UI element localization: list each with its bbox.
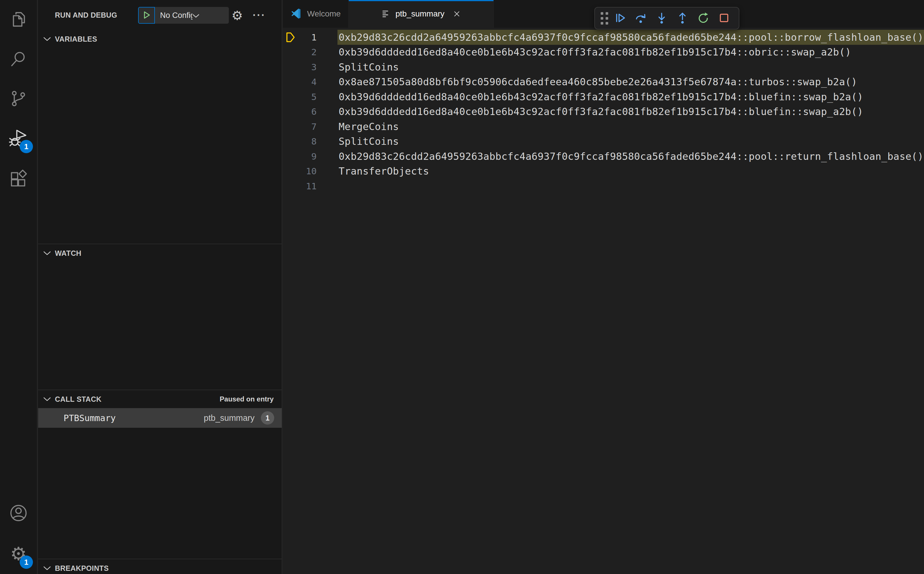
step-over-icon [635, 12, 647, 25]
code-text[interactable]: MergeCoins [338, 121, 399, 132]
code-text[interactable]: 0xb29d83c26cdd2a64959263abbcfc4a6937f0c9… [338, 151, 923, 162]
chevron-down-icon [192, 11, 225, 20]
line-number: 8 [311, 136, 317, 147]
call-stack-section-label: CALL STACK [55, 395, 101, 404]
settings-button[interactable]: ⚙ 1 [0, 533, 37, 574]
code-editor: 1 0xb29d83c26cdd2a64959263abbcfc4a6937f0… [283, 28, 924, 574]
sidebar-item-explorer[interactable] [0, 0, 37, 39]
sidebar-item-search[interactable] [0, 39, 37, 79]
close-icon[interactable] [452, 9, 461, 18]
line-number-gutter[interactable]: 10 [283, 164, 338, 179]
call-stack-section-header[interactable]: CALL STACK Paused on entry [38, 390, 282, 408]
line-number-gutter[interactable]: 1 [283, 30, 338, 45]
code-line: 11 [283, 179, 924, 194]
code-text[interactable]: 0x8ae871505a80d8bf6bf9c05906cda6edfeea46… [338, 76, 857, 88]
account-button[interactable] [0, 493, 37, 533]
vscode-window: 1 ⚙ 1 RUN AND DEBUG [0, 0, 924, 574]
source-control-icon [9, 89, 28, 109]
current-line-highlight [337, 179, 924, 194]
step-out-button[interactable] [674, 9, 691, 27]
activity-bar: 1 ⚙ 1 [0, 0, 38, 574]
configuration-dropdown[interactable]: No Configur [155, 7, 229, 24]
line-number: 2 [311, 47, 317, 57]
call-stack-status: Paused on entry [220, 395, 282, 403]
line-number-gutter[interactable]: 2 [283, 45, 338, 60]
editor-group: Welcome ptb_summary [283, 0, 924, 574]
line-number-gutter[interactable]: 11 [283, 179, 338, 194]
sidebar-title: RUN AND DEBUG [55, 0, 117, 30]
code-line: 8 SplitCoins [283, 134, 924, 149]
line-number: 9 [311, 151, 317, 162]
line-number-gutter[interactable]: 7 [283, 119, 338, 134]
continue-button[interactable] [611, 9, 629, 27]
code-text[interactable]: 0xb39d6dddedd16ed8a40ce0b1e6b43c92acf0ff… [338, 46, 851, 58]
vscode-logo-icon [291, 8, 302, 20]
variables-section-label: VARIABLES [55, 35, 97, 43]
debug-settings-gear-button[interactable]: ⚙ [229, 7, 246, 24]
restart-button[interactable] [694, 9, 712, 27]
line-number: 7 [311, 121, 317, 132]
code-line: 3 SplitCoins [283, 60, 924, 74]
variables-section-header[interactable]: VARIABLES [38, 30, 282, 48]
step-over-button[interactable] [632, 9, 650, 27]
breakpoints-section: BREAKPOINTS [38, 559, 282, 574]
continue-icon [614, 12, 626, 25]
tab-welcome[interactable]: Welcome [283, 0, 349, 28]
debug-current-line-arrow-icon [286, 32, 296, 43]
step-into-icon [656, 12, 668, 25]
account-icon [9, 503, 28, 524]
run-and-debug-sidebar: RUN AND DEBUG No Configur ⚙ ··· [38, 0, 282, 574]
code-text[interactable]: 0xb39d6dddedd16ed8a40ce0b1e6b43c92acf0ff… [338, 106, 863, 117]
start-debugging-button[interactable] [138, 7, 155, 24]
code-text[interactable]: SplitCoins [338, 61, 399, 73]
views-more-actions-button[interactable]: ··· [251, 7, 268, 24]
code-text[interactable]: 0xb29d83c26cdd2a64959263abbcfc4a6937f0c9… [338, 32, 923, 43]
sidebar-item-run-and-debug[interactable]: 1 [0, 119, 37, 158]
list-file-icon [381, 9, 390, 19]
tab-ptb-summary[interactable]: ptb_summary [349, 0, 494, 28]
line-number-gutter[interactable]: 9 [283, 149, 338, 164]
stop-button[interactable] [715, 9, 733, 27]
call-stack-frame-row[interactable]: PTBSummary ptb_summary 1 [38, 408, 282, 428]
watch-section-header[interactable]: WATCH [38, 244, 282, 262]
code-line: 10 TransferObjects [283, 164, 924, 179]
current-line-highlight [337, 134, 924, 149]
sidebar-item-source-control[interactable] [0, 79, 37, 119]
breakpoints-section-label: BREAKPOINTS [55, 564, 109, 572]
play-icon [142, 11, 151, 20]
line-number-gutter[interactable]: 3 [283, 60, 338, 74]
current-line-highlight [337, 60, 924, 74]
step-into-button[interactable] [653, 9, 671, 27]
code-line: 1 0xb29d83c26cdd2a64959263abbcfc4a6937f0… [283, 30, 924, 45]
chevron-down-icon [43, 397, 51, 401]
line-number-gutter[interactable]: 5 [283, 89, 338, 104]
code-line: 5 0xb39d6dddedd16ed8a40ce0b1e6b43c92acf0… [283, 89, 924, 104]
drag-handle[interactable] [601, 12, 608, 25]
code-line: 9 0xb29d83c26cdd2a64959263abbcfc4a6937f0… [283, 149, 924, 164]
step-out-icon [676, 12, 688, 25]
line-number-gutter[interactable]: 6 [283, 104, 338, 119]
line-number: 3 [311, 62, 317, 72]
launch-config-group: No Configur [138, 7, 229, 24]
configuration-dropdown-label: No Configur [160, 11, 192, 20]
tab-label: ptb_summary [395, 9, 445, 19]
frame-name: PTBSummary [64, 413, 116, 423]
code-text[interactable]: SplitCoins [338, 136, 399, 147]
code-text[interactable]: 0xb39d6dddedd16ed8a40ce0b1e6b43c92acf0ff… [338, 91, 863, 102]
line-number-gutter[interactable]: 8 [283, 134, 338, 149]
activity-bar-top: 1 [0, 0, 37, 198]
line-number-gutter[interactable]: 4 [283, 74, 338, 90]
watch-section-label: WATCH [55, 249, 82, 257]
frame-meta: ptb_summary 1 [204, 411, 274, 424]
ellipsis-icon: ··· [253, 9, 266, 21]
line-number: 11 [306, 181, 317, 191]
breakpoints-section-header[interactable]: BREAKPOINTS [38, 559, 282, 574]
line-number: 6 [311, 106, 317, 117]
stop-icon [718, 12, 730, 25]
code-text[interactable]: TransferObjects [338, 165, 429, 177]
sidebar-item-extensions[interactable] [0, 158, 37, 198]
files-icon [9, 10, 28, 30]
extensions-icon [9, 168, 28, 188]
chevron-down-icon [43, 566, 51, 571]
line-number: 4 [311, 77, 317, 87]
